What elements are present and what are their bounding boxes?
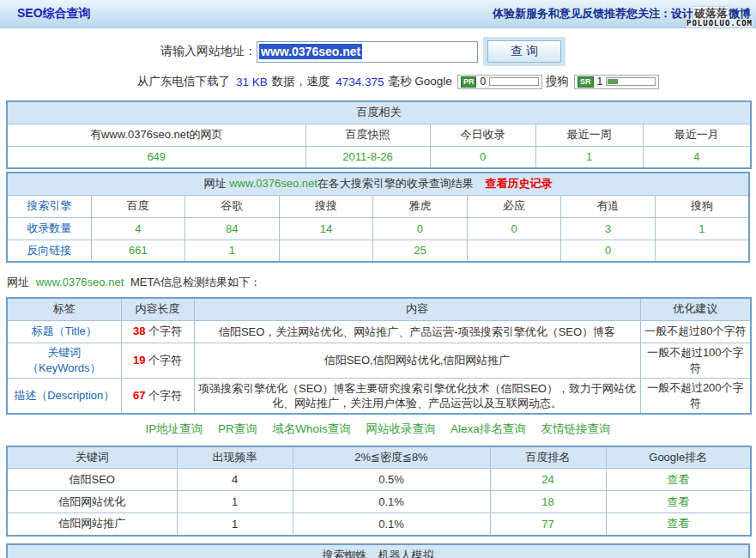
meta-title-row: 标题（Title） 38 个字符 信阳SEO，关注网站优化、网站推广、产品运营-…: [7, 320, 751, 343]
google-rank-view-link[interactable]: 查看: [667, 473, 689, 486]
meta-description-link[interactable]: 描述（Description）: [14, 389, 114, 402]
backlinks-soso: [279, 240, 373, 262]
baidu-related-table: 百度相关 有www.0376seo.net的网页 百度快照 今日收录 最近一周 …: [6, 100, 752, 169]
engines-table-title: 网址 www.0376seo.net在各大搜索引擎的收录查询结果 查看历史记录: [7, 173, 749, 195]
quick-links-row: IP地址查询 PR查询 域名Whois查询 网站收录查询 Alexa排名查询 友…: [6, 422, 750, 439]
link-alexa-query[interactable]: Alexa排名查询: [451, 422, 526, 435]
url-input-selected-value: www.0376seo.net: [259, 44, 362, 59]
meta-keywords-link[interactable]: 关键词（KeyWords）: [27, 346, 101, 374]
sr-value: 1: [597, 76, 603, 88]
table-header-row: 有www.0376seo.net的网页 百度快照 今日收录 最近一周 最近一月: [7, 124, 751, 146]
keyword-frequency: 1: [177, 513, 293, 536]
backlinks-bing: [467, 240, 561, 262]
keyword-row: 信阳网站推广 1 0.1% 77 查看: [7, 513, 751, 536]
kw-header-baidu-rank: 百度排名: [490, 446, 606, 469]
download-stats-line: 从广东电信下载了 31 KB 数据，速度 4734.375 毫秒 Google …: [137, 73, 756, 90]
stats-text-3: 毫秒 Google: [389, 74, 452, 89]
spider-section-title: 搜索蜘蛛、机器人模拟: [7, 544, 749, 558]
meta-title-advice: 一般不超过80个字符: [640, 320, 751, 343]
download-size: 31 KB: [236, 76, 268, 88]
engines-title-suffix: 在各大搜索引擎的收录查询结果: [318, 177, 474, 190]
backlinks-row: 反向链接 661 1 25 0: [7, 240, 749, 262]
spider-simulation-table: 搜索蜘蛛、机器人模拟: [6, 543, 750, 558]
meta-title-link[interactable]: 标题（Title）: [32, 324, 97, 337]
backlinks-sogou: [655, 240, 749, 262]
meta-description-content: 项强搜索引擎优化（SEO）博客主要研究搜索引擎优化技术（信阳SEO），致力于网站…: [194, 378, 640, 414]
meta-keywords-content: 信阳SEO,信阳网站优化,信阳网站推广: [194, 343, 640, 378]
included-row: 收录数量 4 84 14 0 0 3 1: [7, 217, 749, 240]
included-soso: 14: [279, 217, 373, 240]
watermark-site-label: POLUOLUO.COM: [686, 19, 753, 27]
included-bing: 0: [467, 217, 561, 240]
keyword-density: 0.1%: [293, 513, 490, 536]
url-input[interactable]: www.0376seo.net: [257, 41, 478, 63]
kw-header-google-rank: Google排名: [606, 446, 751, 469]
title-length-suffix: 个字符: [145, 324, 182, 337]
query-button[interactable]: 查 询: [487, 40, 561, 63]
keyword-name: 信阳网站优化: [7, 491, 177, 513]
col-header-month: 最近一月: [643, 124, 751, 146]
included-yahoo: 0: [373, 217, 468, 240]
link-pr-query[interactable]: PR查询: [218, 422, 257, 435]
meta-line-suffix: META信息检测结果如下：: [130, 276, 261, 288]
keyword-row: 信阳SEO 4 0.5% 24 查看: [7, 469, 751, 491]
today-value: 0: [430, 146, 535, 168]
pr-value: 0: [480, 76, 486, 88]
google-rank-view-link[interactable]: 查看: [667, 517, 689, 530]
stats-text-2: 数据，速度: [272, 74, 330, 89]
notice-text: 体验新服务和意见反馈推荐您关注：设计: [493, 6, 693, 21]
keyword-baidu-rank: 24: [490, 469, 606, 491]
keyword-density: 0.1%: [293, 491, 490, 513]
meta-line-prefix: 网址: [7, 276, 29, 288]
keyword-frequency: 1: [177, 491, 293, 513]
top-header-bar: SEO综合查询 体验新服务和意见反馈推荐您关注：设计破落落POLUOLUO.CO…: [0, 0, 756, 28]
included-sogou: 1: [655, 217, 749, 240]
keyword-frequency: 4: [177, 469, 293, 491]
keyword-baidu-rank: 77: [490, 513, 606, 536]
engine-sogou: 搜狗: [655, 195, 749, 217]
keywords-length-suffix: 个字符: [145, 354, 182, 367]
keyword-baidu-rank: 18: [490, 491, 606, 513]
meta-title-content: 信阳SEO，关注网站优化、网站推广、产品运营-项强搜索引擎优化（SEO）博客: [194, 320, 640, 343]
page-title: SEO综合查询: [17, 6, 91, 21]
engine-youdao: 有道: [561, 195, 656, 217]
meta-description-row: 描述（Description） 67 个字符 项强搜索引擎优化（SEO）博客主要…: [7, 378, 751, 414]
google-rank-view-link[interactable]: 查看: [667, 495, 689, 508]
header-notice: 体验新服务和意见反馈推荐您关注：设计破落落POLUOLUO.COM微博: [493, 6, 751, 21]
keywords-length: 19: [133, 354, 145, 367]
row-header-included: 收录数量: [7, 217, 91, 240]
engines-title-url: www.0376seo.net: [229, 177, 318, 190]
table-row: 649 2011-8-26 0 1 4: [7, 146, 751, 168]
kw-header-keyword: 关键词: [7, 446, 177, 469]
description-length-suffix: 个字符: [145, 389, 182, 402]
history-link[interactable]: 查看历史记录: [485, 177, 552, 190]
backlinks-google: 1: [185, 240, 280, 262]
backlinks-youdao: 0: [561, 240, 656, 262]
sogou-rank-badge: SR 1: [574, 75, 659, 89]
meta-keywords-row: 关键词（KeyWords） 19 个字符 信阳SEO,信阳网站优化,信阳网站推广…: [7, 343, 751, 378]
keywords-density-table: 关键词 出现频率 2%≦密度≦8% 百度排名 Google排名 信阳SEO 4 …: [6, 446, 752, 537]
meta-header-content: 内容: [194, 298, 640, 320]
link-friendlink-query[interactable]: 友情链接查询: [541, 422, 610, 435]
search-section: 请输入网站地址： www.0376seo.net 查 询: [160, 37, 756, 66]
keyword-row: 信阳网站优化 1 0.1% 18 查看: [7, 491, 751, 513]
sr-icon: SR: [578, 76, 594, 88]
pr-progress-bar: [489, 77, 539, 86]
col-header-pages: 有www.0376seo.net的网页: [7, 124, 305, 146]
link-inclusion-query[interactable]: 网站收录查询: [366, 422, 435, 435]
keyword-name: 信阳SEO: [7, 469, 177, 491]
backlinks-yahoo: 25: [373, 240, 468, 262]
link-whois-query[interactable]: 域名Whois查询: [272, 422, 351, 435]
baidu-table-title: 百度相关: [7, 101, 751, 124]
meta-result-line: 网址 www.0376seo.net META信息检测结果如下：: [7, 275, 756, 290]
col-header-today: 今日收录: [430, 124, 535, 146]
stats-text-1: 从广东电信下载了: [137, 74, 230, 89]
row-header-backlinks: 反向链接: [7, 240, 91, 262]
link-ip-query[interactable]: IP地址查询: [146, 422, 203, 435]
description-length: 67: [133, 389, 145, 402]
download-speed: 4734.375: [336, 76, 384, 88]
watermark-text: 破落落: [693, 7, 729, 20]
engine-bing: 必应: [467, 195, 561, 217]
meta-header-length: 内容长度: [121, 298, 194, 320]
col-header-snapshot: 百度快照: [305, 124, 430, 146]
